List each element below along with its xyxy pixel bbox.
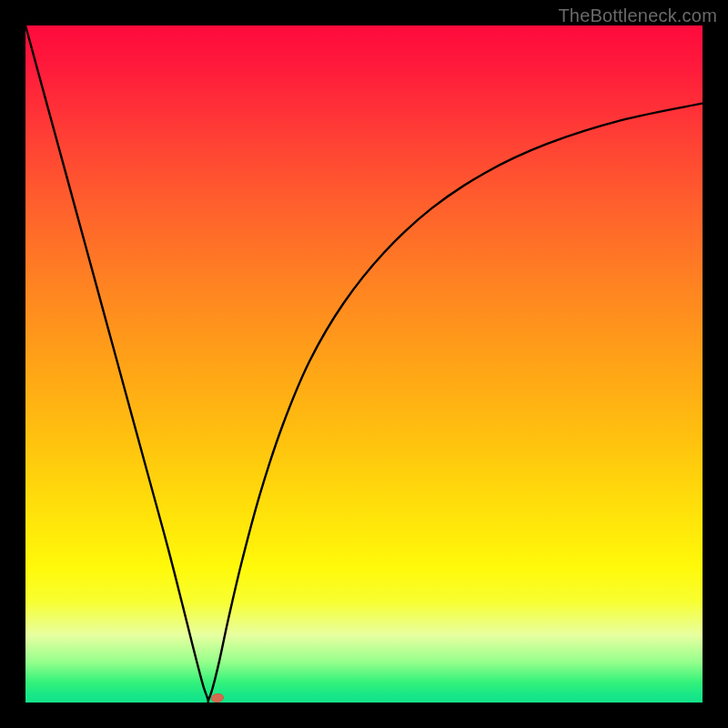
bottleneck-curve bbox=[25, 25, 703, 703]
plot-area bbox=[25, 25, 703, 703]
chart-frame: TheBottleneck.com bbox=[0, 0, 728, 728]
watermark-text: TheBottleneck.com bbox=[558, 5, 717, 26]
curve-path bbox=[25, 25, 703, 702]
